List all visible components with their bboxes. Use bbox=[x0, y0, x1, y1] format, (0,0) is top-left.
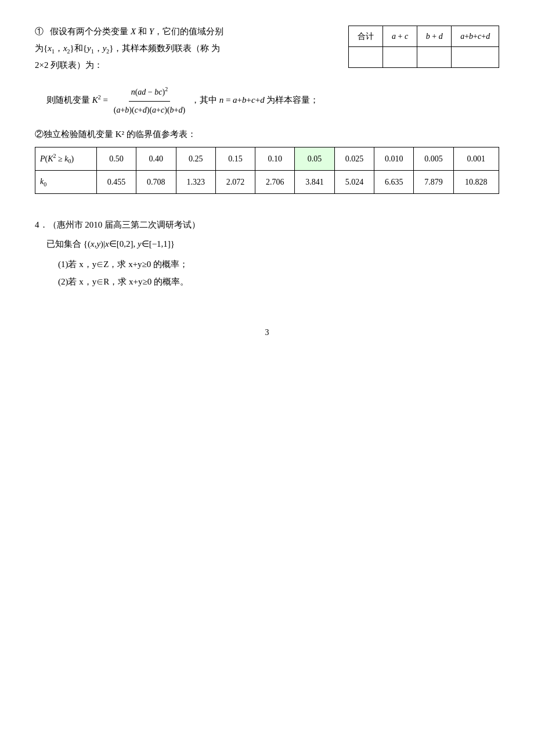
small-table-cell-bd: b + d bbox=[417, 26, 452, 47]
table-header-label: P(K2 ≥ k0) bbox=[35, 147, 97, 170]
table-cell-005: 0.05 bbox=[295, 147, 334, 170]
section-4: 4．（惠州市 2010 届高三第二次调研考试） 已知集合 {(x,y)|x∈[0… bbox=[35, 217, 499, 290]
small-table-empty1 bbox=[349, 47, 383, 68]
intro-line1: 假设有两个分类变量 X 和 Y，它们的值域分别 bbox=[50, 27, 223, 36]
table-cell-040: 0.40 bbox=[136, 147, 176, 170]
fraction: n(ad − bc)2 (a+b)(c+d)(a+c)(b+d) bbox=[111, 84, 187, 118]
section-1: ① 假设有两个分类变量 X 和 Y，它们的值域分别 为{x1，x2}和{y1，y… bbox=[35, 23, 499, 194]
table-cell-010: 0.10 bbox=[255, 147, 295, 170]
problem4-title: 4．（惠州市 2010 届高三第二次调研考试） bbox=[35, 217, 499, 233]
table-cell-050: 0.50 bbox=[96, 147, 136, 170]
table-cell-015: 0.15 bbox=[215, 147, 255, 170]
table-k0-v5: 2.706 bbox=[255, 171, 295, 194]
intro-line2: 为{x1，x2}和{y1，y2}，其样本频数列联表（称 为 bbox=[35, 44, 220, 53]
section-number: ① bbox=[35, 27, 44, 36]
table-k0-label: k0 bbox=[35, 171, 97, 194]
ref-note: ②独立检验随机变量 K² 的临界值参考表： bbox=[35, 127, 499, 142]
small-table-empty3 bbox=[417, 47, 452, 68]
problem4-set: 已知集合 {(x,y)|x∈[0,2], y∈[−1,1]} bbox=[46, 236, 499, 252]
small-table-cell-heji: 合计 bbox=[349, 26, 383, 47]
small-table-cell-ac: a + c bbox=[383, 26, 417, 47]
table-k0-v1: 0.455 bbox=[96, 171, 136, 194]
small-table-empty2 bbox=[383, 47, 417, 68]
table-cell-001: 0.010 bbox=[374, 147, 414, 170]
intro-text: ① 假设有两个分类变量 X 和 Y，它们的值域分别 为{x1，x2}和{y1，y… bbox=[35, 23, 337, 73]
page-number: 3 bbox=[35, 325, 499, 340]
table-k0-v3: 1.323 bbox=[176, 171, 215, 194]
table-k0-v10: 10.828 bbox=[453, 171, 499, 194]
table-k0-v4: 2.072 bbox=[215, 171, 255, 194]
table-k0-v9: 7.879 bbox=[414, 171, 453, 194]
table-k0-v2: 0.708 bbox=[136, 171, 176, 194]
small-table-cell-abcd: a+b+c+d bbox=[452, 26, 499, 47]
table-k0-v8: 6.635 bbox=[374, 171, 414, 194]
table-k0-v7: 5.024 bbox=[334, 171, 374, 194]
chi-square-table: P(K2 ≥ k0) 0.50 0.40 0.25 0.15 0.10 0.05… bbox=[35, 147, 499, 194]
table-cell-0025: 0.025 bbox=[334, 147, 374, 170]
fraction-denominator: (a+b)(c+d)(a+c)(b+d) bbox=[111, 102, 187, 118]
table-k0-v6: 3.841 bbox=[295, 171, 334, 194]
problem4-parts: (1)若 x，y∈Z，求 x+y≥0 的概率； (2)若 x，y∈R，求 x+y… bbox=[58, 255, 499, 290]
intro-block: ① 假设有两个分类变量 X 和 Y，它们的值域分别 为{x1，x2}和{y1，y… bbox=[35, 23, 499, 73]
table-cell-0005: 0.005 bbox=[414, 147, 453, 170]
formula-label: 则随机变量 K2 = bbox=[46, 95, 110, 105]
small-table-empty4 bbox=[452, 47, 499, 68]
fraction-numerator: n(ad − bc)2 bbox=[129, 84, 170, 102]
problem4-part1: (1)若 x，y∈Z，求 x+y≥0 的概率； bbox=[58, 255, 499, 273]
table-cell-025: 0.25 bbox=[176, 147, 215, 170]
table-row-1: P(K2 ≥ k0) 0.50 0.40 0.25 0.15 0.10 0.05… bbox=[35, 147, 499, 170]
formula-block: 则随机变量 K2 = n(ad − bc)2 (a+b)(c+d)(a+c)(b… bbox=[46, 84, 499, 118]
formula-tail: ，其中 n = a+b+c+d 为样本容量； bbox=[191, 95, 319, 105]
problem4-part2: (2)若 x，y∈R，求 x+y≥0 的概率。 bbox=[58, 273, 499, 290]
table-row-2: k0 0.455 0.708 1.323 2.072 2.706 3.841 5… bbox=[35, 171, 499, 194]
table-cell-0001: 0.001 bbox=[453, 147, 499, 170]
small-table: 合计 a + c b + d a+b+c+d bbox=[348, 26, 499, 68]
intro-line3: 2×2 列联表）为： bbox=[35, 60, 103, 70]
